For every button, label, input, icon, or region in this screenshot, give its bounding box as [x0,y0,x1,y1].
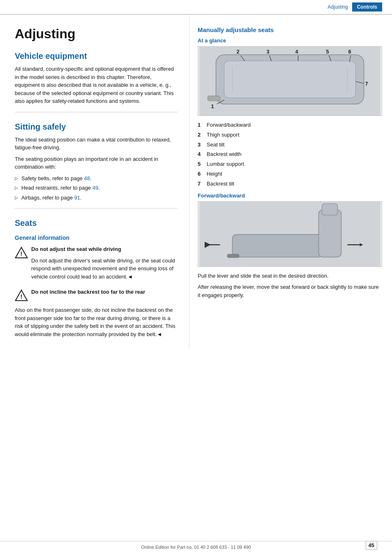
link-page-48[interactable]: 48 [84,175,90,181]
forward-backward-body1: Pull the lever and slide the seat in the… [198,272,382,280]
page-content: Adjusting Vehicle equipment All standard… [0,15,392,350]
section-divider-2 [15,208,178,209]
list-item-airbags: Airbags, refer to page 91. [15,194,178,202]
warning-2-title: Do not incline the backrest too far to t… [31,288,145,296]
list-item-head-restraints: Head restraints, refer to page 49. [15,184,178,192]
list-item-label: Airbags, refer to page 91. [21,194,82,202]
link-page-49[interactable]: 49 [92,185,98,191]
seat-feature-3: 3 Seat tilt [198,141,382,149]
num-1: 1 [198,121,207,130]
num-5: 5 [198,160,207,169]
svg-rect-25 [233,234,323,257]
warning-2-content: Do not incline the backrest too far to t… [31,288,145,299]
forward-backward-body2: After releasing the lever, move the seat… [198,283,382,299]
svg-rect-23 [208,96,220,101]
num-2: 2 [198,131,207,139]
label-6: Height [207,170,222,179]
label-4: Backrest width [207,150,242,159]
seat-feature-5: 5 Lumbar support [198,160,382,169]
seat-feature-4: 4 Backrest width [198,150,382,159]
page-number: 45 [366,541,377,550]
seat-side-view-diagram [198,201,382,267]
breadcrumb-controls: Controls [352,2,382,12]
label-1: Forward/backward [207,121,251,130]
at-a-glance-heading: At a glance [198,37,382,44]
list-item-safety-belts: Safety belts, refer to page 48. [15,174,178,183]
num-3: 3 [198,141,207,149]
svg-text:1: 1 [211,103,214,109]
svg-text:!: ! [21,251,23,257]
warning-2-body: Also on the front passenger side, do not… [15,306,178,338]
general-information-heading: General information [15,234,178,241]
warning-1-title: Do not adjust the seat while driving [31,245,178,253]
warning-icon-2: ! [15,289,28,302]
manually-adjustable-seats-heading: Manually adjustable seats [198,26,382,33]
svg-text:!: ! [21,293,23,300]
seats-heading: Seats [15,218,178,228]
num-4: 4 [198,150,207,159]
svg-text:3: 3 [267,49,270,55]
warning-icon-1: ! [15,246,28,259]
label-2: Thigh support [207,131,240,139]
label-7: Backrest tilt [207,180,234,188]
svg-rect-31 [322,204,338,215]
svg-text:2: 2 [237,49,240,55]
seat-features-list: 1 Forward/backward 2 Thigh support 3 Sea… [198,121,382,188]
svg-text:7: 7 [365,81,368,87]
forward-backward-heading: Forward/backward [198,193,382,199]
breadcrumb: Adjusting Controls [0,0,392,15]
sitting-safely-intro2: The seating position plays an important … [15,155,178,171]
list-item-label: Safety belts, refer to page 48. [21,174,92,183]
page-title: Adjusting [15,26,178,42]
page-footer: Online Edition for Part no. 01 40 2 608 … [0,541,392,550]
seat-top-view-diagram: 1 2 3 4 5 6 7 [198,46,382,116]
svg-text:5: 5 [326,49,329,55]
sitting-safely-list: Safety belts, refer to page 48. Head res… [15,174,178,202]
seat-feature-1: 1 Forward/backward [198,121,382,130]
warning-box-1: ! Do not adjust the seat while driving D… [15,245,178,284]
breadcrumb-adjusting: Adjusting [323,2,352,12]
warning-1-body: Do not adjust the driver's seat while dr… [31,257,178,281]
right-column: Manually adjustable seats At a glance 1 [189,15,392,350]
warning-box-2: ! Do not incline the backrest too far to… [15,288,178,302]
seat-feature-6: 6 Height [198,170,382,179]
num-7: 7 [198,180,207,188]
svg-rect-6 [224,61,356,98]
link-page-91[interactable]: 91 [74,195,80,201]
left-column: Adjusting Vehicle equipment All standard… [0,15,189,350]
warning-1-content: Do not adjust the seat while driving Do … [31,245,178,284]
sitting-safely-heading: Sitting safely [15,122,178,132]
svg-text:4: 4 [295,49,299,55]
seat-feature-2: 2 Thigh support [198,131,382,139]
seat-feature-7: 7 Backrest tilt [198,180,382,188]
list-item-label: Head restraints, refer to page 49. [21,184,100,192]
label-3: Seat tilt [207,141,224,149]
num-6: 6 [198,170,207,179]
footer-text: Online Edition for Part no. 01 40 2 608 … [141,545,251,550]
svg-text:6: 6 [348,49,351,55]
svg-rect-30 [228,254,239,258]
label-5: Lumbar support [207,160,244,169]
vehicle-equipment-heading: Vehicle equipment [15,51,178,61]
section-divider-1 [15,112,178,112]
sitting-safely-intro1: The ideal seating position can make a vi… [15,136,178,152]
vehicle-equipment-body: All standard, country-specific and optio… [15,65,178,105]
svg-rect-26 [319,210,341,257]
